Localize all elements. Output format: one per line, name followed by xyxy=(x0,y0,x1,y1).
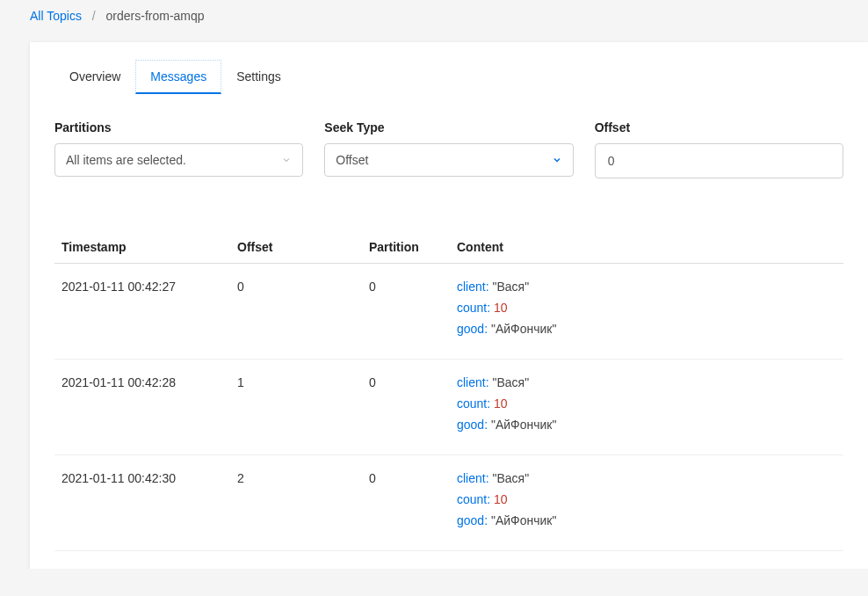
json-value: 10 xyxy=(494,396,508,411)
json-key: count: xyxy=(457,396,490,411)
cell-content: client: "Вася"count: 10good: "АйФончик" xyxy=(450,264,843,360)
json-key: count: xyxy=(457,301,490,315)
cell-partition: 0 xyxy=(362,264,450,360)
offset-label: Offset xyxy=(595,120,843,134)
tab-messages[interactable]: Messages xyxy=(135,60,221,94)
col-header-partition: Partition xyxy=(362,231,450,264)
breadcrumb-current: orders-from-amqp xyxy=(106,9,205,23)
json-key: client: xyxy=(457,471,489,485)
col-header-timestamp: Timestamp xyxy=(54,231,230,264)
json-key: good: xyxy=(457,513,488,527)
seek-type-select[interactable]: Offset xyxy=(324,143,573,177)
content-card: Overview Messages Settings Partitions Al… xyxy=(30,42,868,569)
cell-offset: 1 xyxy=(230,360,362,455)
json-value: "Вася" xyxy=(492,280,529,294)
table-row: 2021-01-11 00:42:3020client: "Вася"count… xyxy=(54,455,843,551)
seek-type-label: Seek Type xyxy=(324,120,573,134)
offset-filter: Offset xyxy=(595,120,843,178)
tab-overview[interactable]: Overview xyxy=(54,60,135,94)
seek-type-select-value: Offset xyxy=(336,153,368,167)
json-value: "АйФончик" xyxy=(491,513,557,527)
partitions-filter: Partitions All items are selected. xyxy=(54,120,303,178)
partitions-select[interactable]: All items are selected. xyxy=(54,143,303,177)
chevron-down-icon xyxy=(281,155,292,165)
json-key: good: xyxy=(457,418,488,432)
offset-input[interactable] xyxy=(606,153,832,169)
breadcrumb: All Topics / orders-from-amqp xyxy=(0,0,868,32)
json-value: "Вася" xyxy=(492,471,529,485)
json-key: count: xyxy=(457,492,490,506)
json-key: good: xyxy=(457,322,488,336)
json-value: 10 xyxy=(494,301,508,315)
cell-timestamp: 2021-01-11 00:42:30 xyxy=(54,455,230,551)
json-value: "АйФончик" xyxy=(491,418,557,432)
chevron-down-icon xyxy=(552,155,562,165)
cell-content: client: "Вася"count: 10good: "АйФончик" xyxy=(450,360,843,455)
cell-timestamp: 2021-01-11 00:42:28 xyxy=(54,360,230,455)
seek-type-filter: Seek Type Offset xyxy=(324,120,573,178)
json-value: 10 xyxy=(494,492,508,506)
offset-input-wrapper xyxy=(595,143,843,178)
breadcrumb-separator: / xyxy=(85,9,103,23)
cell-content: client: "Вася"count: 10good: "АйФончик" xyxy=(450,455,843,551)
partitions-select-value: All items are selected. xyxy=(66,153,186,167)
tab-settings[interactable]: Settings xyxy=(221,60,296,94)
tabs: Overview Messages Settings xyxy=(30,42,868,94)
json-key: client: xyxy=(457,375,489,389)
cell-offset: 2 xyxy=(230,455,362,551)
json-value: "АйФончик" xyxy=(491,322,557,336)
json-key: client: xyxy=(457,280,489,294)
breadcrumb-root-link[interactable]: All Topics xyxy=(30,9,82,23)
cell-partition: 0 xyxy=(362,360,450,455)
filters-row: Partitions All items are selected. Seek … xyxy=(30,94,868,178)
cell-timestamp: 2021-01-11 00:42:27 xyxy=(54,264,230,360)
messages-table: Timestamp Offset Partition Content 2021-… xyxy=(54,231,843,551)
cell-partition: 0 xyxy=(362,455,450,551)
json-value: "Вася" xyxy=(492,375,529,389)
col-header-content: Content xyxy=(450,231,843,264)
table-row: 2021-01-11 00:42:2700client: "Вася"count… xyxy=(54,264,843,360)
table-row: 2021-01-11 00:42:2810client: "Вася"count… xyxy=(54,360,843,455)
col-header-offset: Offset xyxy=(230,231,362,264)
cell-offset: 0 xyxy=(230,264,362,360)
partitions-label: Partitions xyxy=(54,120,303,134)
